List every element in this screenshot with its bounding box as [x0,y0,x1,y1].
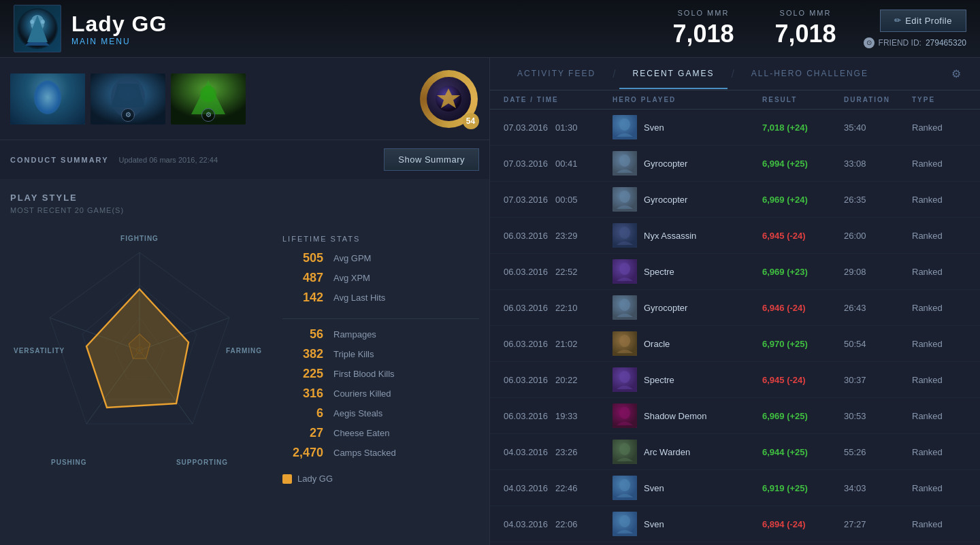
table-row[interactable]: 07.03.2016 00:41 Gyrocopter 6,994 ( [490,146,980,182]
edit-profile-button[interactable]: ✏ Edit Profile [880,10,966,32]
conduct-updated: Updated 06 mars 2016, 22:44 [118,156,218,164]
edit-profile-label: Edit Profile [905,16,952,26]
lbl-firstblood: First Blood Kills [333,369,395,379]
friend-id-value: 279465320 [926,38,966,48]
game-hero: Spectre [612,367,762,392]
game-duration: 34:03 [844,483,912,493]
label-pushing: PUSHING [51,459,87,466]
game-type: Ranked [912,122,966,133]
game-duration: 35:40 [844,122,912,133]
val-aegis: 6 [282,406,323,420]
tabs-bar: ACTIVITY FEED / RECENT GAMES / ALL-HERO … [490,58,980,90]
lbl-camps: Camps Stacked [333,448,396,458]
stat-avg-gpm: 505 Avg GPM [282,251,479,265]
game-hero: Gyrocopter [612,187,762,212]
hero-name: Nyx Assassin [644,231,696,241]
game-type: Ranked [912,447,966,457]
table-row[interactable]: 07.03.2016 00:05 Gyrocopter 6,969 ( [490,182,980,218]
svg-point-31 [619,263,630,275]
game-duration: 26:43 [844,303,912,313]
val-camps: 2,470 [282,446,323,460]
right-panel: ACTIVITY FEED / RECENT GAMES / ALL-HERO … [490,58,980,545]
game-type: Ranked [912,375,966,385]
stat-firstblood: 225 First Blood Kills [282,367,479,381]
col-header-date: DATE / TIME [504,96,612,103]
play-style-subtitle: MOST RECENT 20 GAME(S) [10,206,479,214]
game-result: 6,945 (-24) [762,231,844,241]
table-row[interactable]: 06.03.2016 21:02 Oracle 6,970 (+25) [490,326,980,362]
val-couriers: 316 [282,386,323,401]
lbl-avg-xpm: Avg XPM [333,273,370,283]
tab-all-hero-challenge[interactable]: ALL-HERO CHALLENGE [738,59,882,89]
stat-avg-lh: 142 Avg Last Hits [282,291,479,305]
col-header-result: RESULT [762,96,844,103]
table-row[interactable]: 06.03.2016 20:22 Spectre 6,945 (-24 [490,362,980,398]
game-type: Ranked [912,159,966,169]
val-rampages: 56 [282,327,323,342]
svg-point-3 [41,20,45,24]
hero-name: Shadow Demon [644,411,707,421]
lbl-aegis: Aegis Steals [333,408,382,418]
game-date: 06.03.2016 23:29 [504,231,612,241]
tab-activity-feed[interactable]: ACTIVITY FEED [504,59,609,89]
stat-group-milestones: 56 Rampages 382 Triple Kills 225 First B… [282,327,479,460]
table-row[interactable]: 07.03.2016 01:30 Sven 7,018 (+24) [490,110,980,146]
game-result: 6,994 (+25) [762,159,844,169]
val-avg-lh: 142 [282,291,323,305]
mmr-label-1: SOLO MMR [672,9,734,17]
game-type: Ranked [912,339,966,349]
table-row[interactable]: 04.03.2016 22:46 Sven 6,919 (+25) [490,470,980,506]
game-type: Ranked [912,483,966,493]
col-header-hero: HERO PLAYED [612,96,762,103]
svg-point-33 [619,299,630,311]
game-duration: 27:27 [844,519,912,529]
game-duration: 33:08 [844,159,912,169]
mmr-value-2: 7,018 [774,20,836,48]
game-result: 6,894 (-24) [762,519,844,529]
table-row[interactable]: 04.03.2016 21:25 Doom 6,918 (-25) [490,542,980,545]
game-duration: 50:54 [844,339,912,349]
settings-icon[interactable]: ⚙ [946,64,966,84]
table-row[interactable]: 06.03.2016 22:10 Gyrocopter 6,946 ( [490,290,980,326]
game-type: Ranked [912,267,966,277]
stat-triple: 382 Triple Kills [282,347,479,361]
hero-thumbnail [612,223,637,248]
label-fighting: FIGHTING [120,235,159,242]
game-hero: Sven [612,512,762,536]
game-rows-container: 07.03.2016 01:30 Sven 7,018 (+24) [490,110,980,545]
tab-recent-games[interactable]: RECENT GAMES [619,59,728,89]
svg-point-2 [30,20,34,24]
game-date: 06.03.2016 22:52 [504,267,612,277]
badge-level: 54 [463,113,479,129]
table-row[interactable]: 06.03.2016 19:33 Shadow Demon 6,969 [490,398,980,434]
friend-id-display: ⊙ FRIEND ID: 279465320 [864,37,966,48]
game-hero: Sven [612,115,762,139]
badge-inner [427,77,471,121]
game-date: 06.03.2016 20:22 [504,375,612,385]
hero-thumbnail [612,187,637,212]
game-date: 07.03.2016 00:41 [504,159,612,169]
main-content: ⚙ ⚙ [0,58,980,545]
hero-card-1[interactable] [10,73,85,125]
stat-avg-xpm: 487 Avg XPM [282,271,479,285]
avatar [14,5,61,52]
hero-card-2[interactable]: ⚙ [91,73,165,125]
table-row[interactable]: 04.03.2016 23:26 Arc Warden 6,944 ( [490,434,980,470]
table-row[interactable]: 04.03.2016 22:06 Sven 6,894 (-24) [490,506,980,542]
lbl-triple: Triple Kills [333,349,374,359]
game-date: 07.03.2016 00:05 [504,195,612,205]
hero-showcase: ⚙ ⚙ [0,58,489,139]
col-header-type: TYPE [912,96,966,103]
table-row[interactable]: 06.03.2016 23:29 Nyx Assassin 6,945 [490,218,980,254]
show-summary-button[interactable]: Show Summary [384,148,479,171]
svg-point-41 [619,443,630,455]
mmr-label-2: SOLO MMR [774,9,836,17]
table-row[interactable]: 06.03.2016 22:52 Spectre 6,969 (+23 [490,254,980,290]
play-style-section: PLAY STYLE MOST RECENT 20 GAME(S) FIGHTI… [0,179,489,497]
game-date: 06.03.2016 21:02 [504,339,612,349]
stat-aegis: 6 Aegis Steals [282,406,479,420]
game-date: 04.03.2016 23:26 [504,447,612,457]
main-menu-link[interactable]: MAIN MENU [71,37,672,46]
svg-point-8 [200,86,216,102]
hero-card-3[interactable]: ⚙ [171,73,246,125]
